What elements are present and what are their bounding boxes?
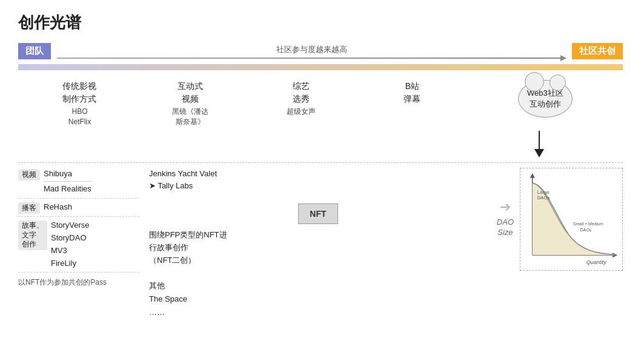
story-items: StoryVerse StoryDAO MV3 FireLily xyxy=(51,219,90,270)
video-group: 视频 Shibuya Mad Realities xyxy=(18,168,139,196)
spectrum-arrow: 社区参与度越来越高 xyxy=(57,44,566,59)
arrow-line xyxy=(57,58,566,59)
podcast-tag: 播客 xyxy=(18,202,40,214)
svg-text:Quantity: Quantity xyxy=(586,259,607,265)
right-arrow-icon: ➔ xyxy=(500,200,511,214)
category-variety: 综艺选秀 超级女声 xyxy=(246,80,357,117)
down-arrow xyxy=(534,131,544,157)
jenkins-item: Jenkins Yacht Valet xyxy=(149,168,217,180)
web3-cloud: Web3社区互动创作 xyxy=(518,80,573,117)
nft-creation-text: 围绕PFP类型的NFT进行故事创作（NFT二创） xyxy=(149,229,227,266)
jenkins-list: Jenkins Yacht Valet ➤ Tally Labs xyxy=(149,168,217,193)
category-interactive-examples: 黑镜《潘达斯奈基》 xyxy=(135,107,246,127)
mv3-item: MV3 xyxy=(51,245,90,257)
gradient-bar xyxy=(18,64,623,70)
category-trad-examples: HBONetFlix xyxy=(24,107,135,127)
spectrum-row: 团队 社区参与度越来越高 社区共创 xyxy=(18,43,623,59)
dao-chart: Large DAOs Smail + Medium DAOs Quantity xyxy=(520,168,623,271)
other-section: 其他 The Space …… xyxy=(149,279,187,319)
story-group: 故事、文字创作 StoryVerse StoryDAO MV3 FireLily xyxy=(18,219,139,270)
mad-realities-item: Mad Realities xyxy=(44,183,91,196)
svg-text:DAOs: DAOs xyxy=(537,195,550,200)
web3-cloud-text: Web3社区互动创作 xyxy=(527,88,563,110)
category-bstation: B站弹幕 xyxy=(357,80,468,107)
svg-marker-3 xyxy=(613,253,617,257)
nft-pass-note: 以NFT作为参加共创的Pass xyxy=(18,277,139,288)
svg-marker-2 xyxy=(530,173,535,177)
the-space-item: The Space xyxy=(149,293,187,306)
podcast-group: 播客 ReHash xyxy=(18,201,139,214)
category-trad-name: 传统影视制作方式 xyxy=(24,80,135,105)
firelily-item: FireLily xyxy=(51,257,90,270)
dao-size-label: DAOSize xyxy=(497,217,514,238)
left-list: 视频 Shibuya Mad Realities 播客 ReHash 故事、文字… xyxy=(18,168,139,288)
storydao-item: StoryDAO xyxy=(51,232,90,245)
rehash-item: ReHash xyxy=(44,201,72,214)
shibuya-item: Shibuya xyxy=(44,168,91,182)
ellipsis-item: …… xyxy=(149,306,187,319)
arrow-head xyxy=(534,149,544,157)
categories-row: 传统影视制作方式 HBONetFlix 互动式视频 黑镜《潘达斯奈基》 综艺选秀… xyxy=(18,80,623,127)
podcast-items: ReHash xyxy=(44,201,72,214)
story-tag: 故事、文字创作 xyxy=(18,220,47,250)
right-section: ➔ DAOSize Large DAOs xyxy=(497,168,623,271)
community-badge: 社区共创 xyxy=(572,43,623,59)
other-label: 其他 xyxy=(149,279,187,293)
tally-item: ➤ Tally Labs xyxy=(149,180,217,193)
dao-chart-svg: Large DAOs Smail + Medium DAOs Quantity xyxy=(520,168,622,270)
spectrum-arrow-label: 社区参与度越来越高 xyxy=(276,44,347,55)
nft-box: NFT xyxy=(298,204,337,224)
svg-text:Large: Large xyxy=(537,189,550,194)
category-interactive-name: 互动式视频 xyxy=(135,80,246,105)
category-variety-name: 综艺选秀 xyxy=(246,80,357,105)
team-badge: 团队 xyxy=(18,43,51,59)
middle-col: Jenkins Yacht Valet ➤ Tally Labs NFT 围绕P… xyxy=(149,168,487,319)
category-bstation-name: B站弹幕 xyxy=(357,80,468,105)
storyverse-item: StoryVerse xyxy=(51,219,90,232)
video-tag: 视频 xyxy=(18,169,40,180)
page-title: 创作光谱 xyxy=(18,12,623,33)
arrow-vline xyxy=(539,131,540,149)
svg-text:Smail + Medium: Smail + Medium xyxy=(573,221,603,225)
video-items: Shibuya Mad Realities xyxy=(44,168,91,196)
category-web3: Web3社区互动创作 xyxy=(468,80,623,117)
category-variety-examples: 超级女声 xyxy=(246,107,357,117)
svg-text:DAOs: DAOs xyxy=(580,227,592,231)
down-arrow-area xyxy=(18,131,623,157)
category-interactive: 互动式视频 黑镜《潘达斯奈基》 xyxy=(135,80,246,127)
lower-section: 视频 Shibuya Mad Realities 播客 ReHash 故事、文字… xyxy=(18,168,623,319)
dashed-separator xyxy=(18,162,623,163)
category-trad: 传统影视制作方式 HBONetFlix xyxy=(24,80,135,127)
